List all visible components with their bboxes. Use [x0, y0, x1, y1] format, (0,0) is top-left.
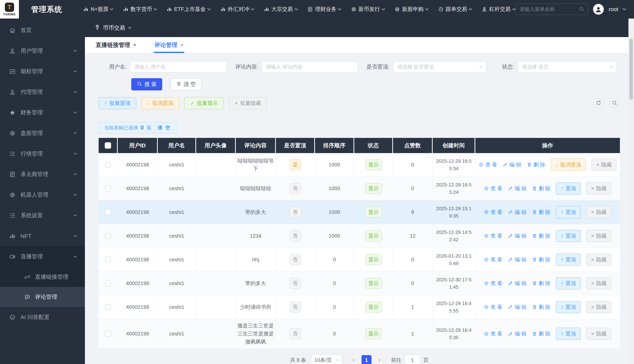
view-link[interactable]: 查 看: [484, 256, 502, 264]
edit-link[interactable]: 编 辑: [508, 256, 526, 264]
view-link[interactable]: 查 看: [484, 232, 502, 240]
view-link[interactable]: 查 看: [479, 161, 497, 169]
app-logo[interactable]: T TURING: [0, 0, 19, 18]
delete-link[interactable]: 删 除: [527, 161, 546, 169]
edit-link[interactable]: 编 辑: [508, 208, 526, 216]
sidebar-item-0[interactable]: 首页: [0, 20, 85, 40]
sidebar-subitem-11-0[interactable]: 直播链接管理: [0, 267, 85, 287]
sidebar-item-2[interactable]: 期权管理: [0, 61, 85, 82]
nav-item-7[interactable]: 新股申购: [394, 6, 428, 13]
batch-button-0[interactable]: ↑批量置顶: [98, 97, 136, 109]
row-checkbox[interactable]: [105, 186, 111, 192]
nav-item-0[interactable]: N+股票: [83, 6, 113, 13]
hide-button[interactable]: ×隐藏: [586, 328, 611, 340]
sidebar-item-10[interactable]: NFT: [0, 226, 85, 246]
batch-button-1[interactable]: ↓取消置顶: [142, 97, 179, 109]
sidebar-item-1[interactable]: 用户管理: [0, 40, 85, 61]
nav-item-8[interactable]: 跟单交易: [438, 6, 472, 13]
hide-button[interactable]: ×隐藏: [586, 301, 611, 313]
hide-button[interactable]: ×隐藏: [586, 277, 611, 290]
goto-page-input[interactable]: [404, 354, 420, 364]
pin-button[interactable]: ↑置顶: [556, 328, 580, 340]
edit-link[interactable]: 编 辑: [508, 232, 526, 240]
nav-item-3[interactable]: 外汇对冲: [220, 6, 254, 13]
sidebar-item-12[interactable]: AI 问答配置: [0, 307, 85, 328]
view-link[interactable]: 查 看: [484, 184, 502, 192]
hide-button[interactable]: ×隐藏: [586, 254, 611, 266]
nav-item-6[interactable]: 新币发行: [351, 6, 384, 13]
delete-link[interactable]: 删 除: [532, 279, 550, 287]
scrollbar-thumb[interactable]: [629, 38, 633, 100]
delete-link[interactable]: 删 除: [532, 208, 550, 216]
nav-item-2[interactable]: ETF上市基金: [166, 6, 210, 13]
hide-button[interactable]: ×隐藏: [586, 182, 611, 194]
unpin-button[interactable]: ↓取消置顶: [551, 159, 586, 171]
pin-button[interactable]: ↑置顶: [556, 277, 580, 290]
page-size-select[interactable]: 10条/页: [311, 354, 342, 364]
pinned-filter-select[interactable]: 请选择 是否置顶: [393, 61, 486, 73]
pin-button[interactable]: ↑置顶: [556, 206, 580, 218]
pin-button[interactable]: ↑置顶: [556, 301, 580, 313]
sidebar-item-5[interactable]: 盘面管理: [0, 123, 85, 144]
pin-button[interactable]: ↑置顶: [556, 254, 580, 266]
view-link[interactable]: 查 看: [484, 208, 502, 216]
search-button[interactable]: 搜 索: [131, 78, 162, 90]
delete-link[interactable]: 删 除: [532, 232, 550, 240]
menu-search-box[interactable]: [516, 4, 588, 15]
row-checkbox[interactable]: [105, 257, 111, 262]
row-checkbox[interactable]: [105, 280, 111, 286]
tab-close-icon[interactable]: ×: [180, 42, 184, 48]
edit-link[interactable]: 编 辑: [508, 184, 526, 192]
sidebar-item-4[interactable]: 财务管理: [0, 102, 85, 123]
edit-link[interactable]: 编 辑: [508, 303, 526, 311]
row-checkbox[interactable]: [105, 162, 111, 168]
batch-button-2[interactable]: ✓批量显示: [184, 97, 224, 109]
row-checkbox[interactable]: [105, 331, 111, 337]
page-scrollbar[interactable]: [628, 18, 634, 364]
sidebar-item-6[interactable]: 行情管理: [0, 144, 85, 164]
hide-button[interactable]: ×隐藏: [586, 206, 611, 218]
edit-link[interactable]: 编 辑: [508, 279, 526, 287]
pin-button[interactable]: ↑置顶: [556, 230, 580, 242]
row-checkbox[interactable]: [105, 304, 111, 310]
sidebar-item-3[interactable]: 代理管理: [0, 82, 85, 102]
nav-item-9[interactable]: 杠杆交易: [482, 6, 515, 13]
view-link[interactable]: 查 看: [484, 279, 502, 287]
tab-comment-manage[interactable]: 评论管理 ×: [154, 37, 184, 53]
breadcrumb[interactable]: 币币交易: [103, 24, 125, 32]
menu-search-input[interactable]: [520, 6, 577, 12]
delete-link[interactable]: 删 除: [532, 256, 550, 264]
nav-item-5[interactable]: 理财业务: [307, 6, 341, 13]
refresh-button[interactable]: [593, 98, 604, 108]
selection-clear-link[interactable]: 清 空: [158, 124, 171, 131]
username-filter-input[interactable]: [130, 61, 227, 73]
sidebar-item-7[interactable]: 承兑商管理: [0, 164, 85, 184]
tab-live-link-manage[interactable]: 直播链接管理 ×: [96, 37, 136, 53]
view-link[interactable]: 查 看: [484, 330, 502, 338]
view-link[interactable]: 查 看: [484, 303, 502, 311]
current-page-button[interactable]: 1: [362, 355, 372, 364]
edit-link[interactable]: 编 辑: [503, 161, 521, 169]
delete-link[interactable]: 删 除: [532, 184, 550, 192]
comment-filter-input[interactable]: [262, 61, 358, 73]
row-checkbox[interactable]: [105, 209, 111, 215]
pin-button[interactable]: ↑置顶: [556, 182, 580, 194]
sidebar-subitem-11-1[interactable]: 评论管理: [0, 287, 85, 307]
select-all-checkbox[interactable]: [105, 142, 111, 149]
sidebar-item-8[interactable]: 机器人管理: [0, 184, 85, 205]
sidebar-item-9[interactable]: 系统设置: [0, 205, 85, 226]
status-filter-select[interactable]: 请选择 状态: [518, 61, 617, 73]
hide-button[interactable]: ×隐藏: [586, 230, 611, 242]
tab-close-icon[interactable]: ×: [133, 42, 136, 48]
nav-item-1[interactable]: 数字货币: [123, 6, 156, 13]
next-page-button[interactable]: [374, 355, 384, 364]
zoom-search-button[interactable]: [609, 98, 620, 108]
delete-link[interactable]: 删 除: [532, 303, 550, 311]
delete-link[interactable]: 删 除: [532, 330, 550, 338]
edit-link[interactable]: 编 辑: [508, 330, 526, 338]
clear-button[interactable]: 清 空: [171, 78, 201, 90]
avatar[interactable]: [593, 4, 604, 15]
nav-item-4[interactable]: 大宗交易: [264, 6, 297, 13]
batch-button-3[interactable]: ×批量隐藏: [229, 97, 267, 109]
sidebar-item-11[interactable]: 直播管理: [0, 246, 85, 267]
